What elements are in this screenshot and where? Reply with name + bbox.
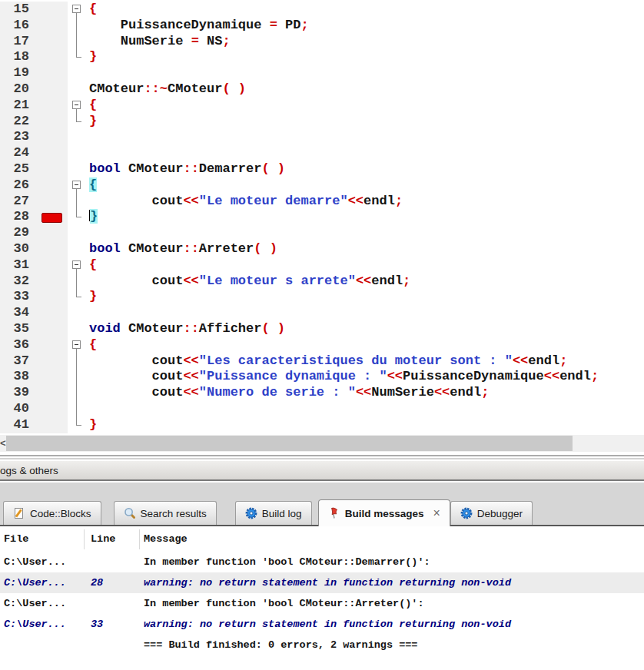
build-message-row[interactable]: C:\User...In member function 'bool CMote…	[0, 552, 644, 572]
code-line[interactable]: 15{	[0, 2, 644, 18]
line-number[interactable]: 18	[0, 49, 38, 65]
line-number[interactable]: 32	[0, 274, 38, 290]
code-line[interactable]: 25bool CMoteur::Demarrer( )	[0, 161, 644, 177]
line-number[interactable]: 36	[0, 337, 38, 353]
code-line[interactable]: 35void CMoteur::Afficher( )	[0, 321, 644, 337]
code-line[interactable]: 28}	[0, 209, 644, 225]
line-number[interactable]: 41	[0, 417, 38, 433]
line-number[interactable]: 27	[0, 194, 38, 210]
marker-margin[interactable]	[38, 305, 68, 321]
line-number[interactable]: 39	[0, 385, 38, 401]
fold-collapse-icon[interactable]	[72, 101, 81, 109]
line-number[interactable]: 31	[0, 257, 38, 274]
build-message-row[interactable]: === Build finished: 0 errors, 2 warnings…	[0, 635, 644, 655]
fold-collapse-icon[interactable]	[72, 340, 81, 349]
line-number[interactable]: 40	[0, 401, 38, 417]
code-line[interactable]: 30bool CMoteur::Arreter( )	[0, 241, 644, 257]
marker-margin[interactable]	[38, 49, 68, 65]
marker-margin[interactable]	[38, 289, 68, 305]
marker-margin[interactable]	[38, 2, 68, 18]
marker-margin[interactable]	[38, 114, 68, 130]
line-number[interactable]: 15	[0, 2, 38, 18]
build-message-row[interactable]: C:\User...28warning: no return statement…	[0, 572, 644, 593]
line-number[interactable]: 33	[0, 289, 38, 305]
line-number[interactable]: 28	[0, 209, 38, 225]
code-line[interactable]: 29	[0, 225, 644, 241]
code-line[interactable]: 37 cout<<"Les caracteristiques du moteur…	[0, 353, 644, 370]
line-number[interactable]: 22	[0, 114, 38, 130]
fold-margin[interactable]	[68, 2, 88, 18]
marker-margin[interactable]	[38, 65, 68, 81]
marker-margin[interactable]	[38, 129, 68, 145]
line-number[interactable]: 30	[0, 241, 38, 257]
line-number[interactable]: 26	[0, 177, 38, 194]
tab-code-blocks[interactable]: Code::Blocks	[3, 501, 101, 525]
marker-margin[interactable]	[38, 401, 68, 417]
code-line[interactable]: 24	[0, 145, 644, 161]
build-message-row[interactable]: C:\User...33warning: no return statement…	[0, 614, 644, 635]
tab-build-messages[interactable]: Build messages×	[318, 499, 450, 526]
marker-margin[interactable]	[38, 225, 68, 241]
marker-margin[interactable]	[38, 194, 68, 210]
fold-margin[interactable]	[68, 337, 88, 353]
marker-margin[interactable]	[38, 18, 68, 34]
column-header-line[interactable]: Line	[85, 529, 140, 549]
column-header-file[interactable]: File	[0, 529, 85, 549]
code-line[interactable]: 31{	[0, 257, 644, 274]
code-line[interactable]: 17 NumSerie = NS;	[0, 34, 644, 50]
line-number[interactable]: 23	[0, 129, 38, 145]
code-line[interactable]: 32 cout<<"Le moteur s arrete"<<endl;	[0, 274, 644, 290]
marker-margin[interactable]	[38, 98, 68, 114]
line-number[interactable]: 34	[0, 305, 38, 321]
code-line[interactable]: 33}	[0, 289, 644, 305]
line-number[interactable]: 25	[0, 161, 38, 177]
line-number[interactable]: 24	[0, 145, 38, 161]
code-line[interactable]: 41}	[0, 417, 644, 433]
marker-margin[interactable]	[38, 34, 68, 50]
panel-splitter[interactable]	[0, 452, 644, 461]
marker-margin[interactable]	[38, 161, 68, 177]
line-number[interactable]: 29	[0, 225, 38, 241]
marker-margin[interactable]	[38, 209, 68, 225]
marker-margin[interactable]	[38, 417, 68, 433]
tab-search-results[interactable]: Search results	[114, 501, 217, 525]
fold-collapse-icon[interactable]	[72, 260, 81, 269]
marker-margin[interactable]	[38, 241, 68, 257]
code-line[interactable]: 21{	[0, 98, 644, 114]
fold-margin[interactable]	[68, 257, 88, 274]
line-number[interactable]: 35	[0, 321, 38, 337]
marker-margin[interactable]	[38, 81, 68, 98]
code-line[interactable]: 40	[0, 401, 644, 417]
code-line[interactable]: 19	[0, 65, 644, 81]
line-number[interactable]: 16	[0, 18, 38, 34]
tab-debugger[interactable]: Debugger	[450, 501, 533, 525]
code-line[interactable]: 20CMoteur::~CMoteur( )	[0, 81, 644, 98]
column-header-message[interactable]: Message	[140, 533, 644, 545]
marker-margin[interactable]	[38, 321, 68, 337]
marker-margin[interactable]	[38, 353, 68, 370]
fold-collapse-icon[interactable]	[72, 181, 81, 189]
marker-margin[interactable]	[38, 257, 68, 274]
line-number[interactable]: 19	[0, 65, 38, 81]
line-number[interactable]: 17	[0, 34, 38, 50]
marker-margin[interactable]	[38, 385, 68, 401]
scrollbar-thumb[interactable]	[6, 436, 573, 451]
code-line[interactable]: 36{	[0, 337, 644, 353]
code-editor[interactable]: 15{16 PuissanceDynamique = PD;17 NumSeri…	[0, 0, 644, 435]
code-line[interactable]: 23	[0, 129, 644, 145]
code-line[interactable]: 39 cout<<"Numero de serie : "<<NumSerie<…	[0, 385, 644, 401]
build-message-row[interactable]: C:\User...In member function 'bool CMote…	[0, 593, 644, 614]
code-line[interactable]: 34	[0, 305, 644, 321]
line-number[interactable]: 37	[0, 353, 38, 370]
code-line[interactable]: 22}	[0, 114, 644, 130]
marker-margin[interactable]	[38, 337, 68, 353]
close-tab-icon[interactable]: ×	[433, 507, 440, 519]
code-line[interactable]: 26{	[0, 177, 644, 194]
marker-margin[interactable]	[38, 177, 68, 194]
horizontal-scrollbar[interactable]: <	[0, 435, 644, 452]
fold-collapse-icon[interactable]	[72, 5, 81, 13]
line-number[interactable]: 20	[0, 81, 38, 98]
tab-build-log[interactable]: Build log	[235, 501, 312, 525]
code-line[interactable]: 16 PuissanceDynamique = PD;	[0, 18, 644, 34]
line-number[interactable]: 21	[0, 98, 38, 114]
